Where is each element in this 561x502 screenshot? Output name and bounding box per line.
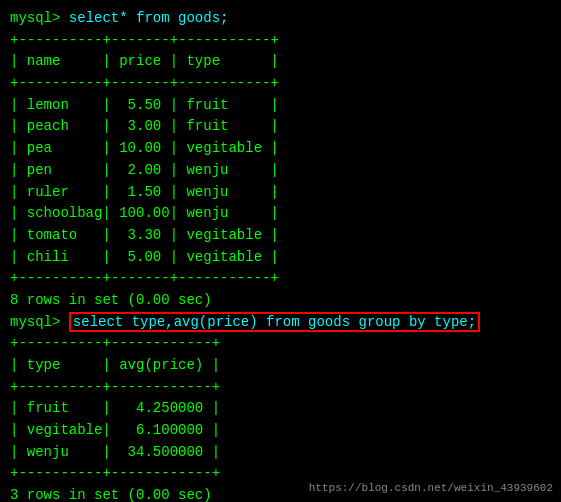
table1-row-4: | ruler | 1.50 | wenju | [10, 182, 551, 204]
table2-header: | type | avg(price) | [10, 355, 551, 377]
table2-row-2: | wenju | 34.500000 | [10, 442, 551, 464]
table2-row-1: | vegitable| 6.100000 | [10, 420, 551, 442]
table1-sep1: +----------+-------+-----------+ [10, 30, 551, 52]
query2-highlighted: select type,avg(price) from goods group … [69, 312, 480, 332]
table1-row-2: | pea | 10.00 | vegitable | [10, 138, 551, 160]
info1: 8 rows in set (0.00 sec) [10, 290, 551, 312]
table2-sep2: +----------+------------+ [10, 377, 551, 399]
table1-row-5: | schoolbag| 100.00| wenju | [10, 203, 551, 225]
table1-header: | name | price | type | [10, 51, 551, 73]
watermark: https://blog.csdn.net/weixin_43939602 [309, 482, 553, 494]
table2-row-0: | fruit | 4.250000 | [10, 398, 551, 420]
query2-line: mysql> select type,avg(price) from goods… [10, 312, 551, 334]
table2-sep1: +----------+------------+ [10, 333, 551, 355]
prompt2: mysql> [10, 314, 60, 330]
table1-row-0: | lemon | 5.50 | fruit | [10, 95, 551, 117]
table1-row-1: | peach | 3.00 | fruit | [10, 116, 551, 138]
table1-sep2: +----------+-------+-----------+ [10, 73, 551, 95]
table1-end: +----------+-------+-----------+ [10, 268, 551, 290]
table1-row-3: | pen | 2.00 | wenju | [10, 160, 551, 182]
prompt1: mysql> [10, 10, 60, 26]
query1-text: select* from goods; [69, 10, 229, 26]
query1-line: mysql> select* from goods; [10, 8, 551, 30]
table1-row-6: | tomato | 3.30 | vegitable | [10, 225, 551, 247]
terminal: mysql> select* from goods; +----------+-… [0, 0, 561, 502]
table1-row-7: | chili | 5.00 | vegitable | [10, 247, 551, 269]
